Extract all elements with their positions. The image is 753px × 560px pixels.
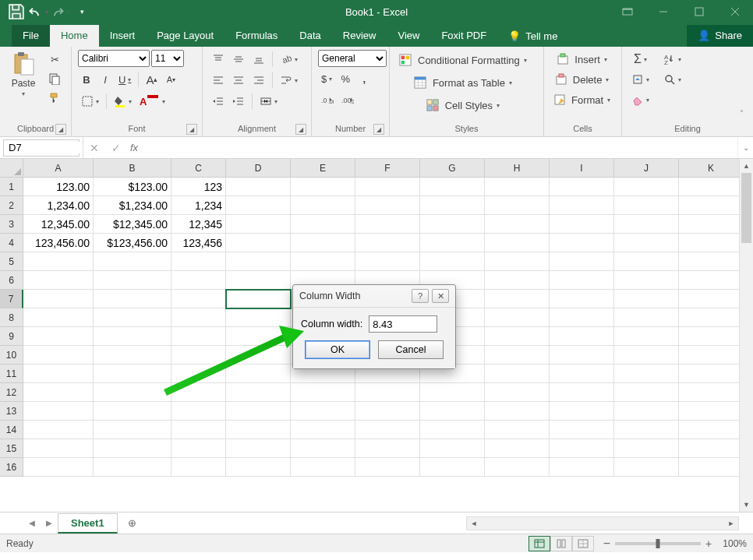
cell-A8[interactable] — [23, 308, 94, 327]
collapse-ribbon-icon[interactable]: ˄ — [737, 106, 747, 121]
cell-H5[interactable] — [485, 252, 550, 271]
cell-D16[interactable] — [226, 458, 291, 477]
fill-button[interactable] — [628, 70, 652, 89]
cell-C14[interactable] — [171, 421, 226, 439]
cell-J16[interactable] — [614, 458, 679, 477]
cell-B4[interactable]: $123,456.00 — [94, 234, 171, 252]
cell-A11[interactable] — [23, 365, 94, 383]
name-box[interactable]: ▼ — [3, 139, 80, 157]
cell-D12[interactable] — [226, 383, 291, 402]
cell-J7[interactable] — [614, 290, 679, 308]
percent-format-button[interactable]: % — [337, 69, 354, 88]
cell-K5[interactable] — [679, 252, 744, 271]
cell-F4[interactable] — [355, 234, 420, 252]
cell-H6[interactable] — [485, 271, 550, 290]
vscroll-thumb[interactable] — [741, 173, 751, 243]
qat-customize-icon[interactable]: ▾ — [72, 2, 92, 21]
cell-E1[interactable] — [291, 178, 355, 196]
horizontal-scrollbar[interactable]: ◄ ► — [466, 516, 739, 530]
normal-view-button[interactable] — [529, 536, 550, 551]
autosum-button[interactable]: Σ — [628, 50, 652, 69]
align-left-button[interactable] — [209, 71, 228, 90]
cell-C4[interactable]: 123,456 — [171, 234, 226, 252]
cell-K2[interactable] — [679, 196, 744, 215]
cell-D3[interactable] — [226, 215, 291, 234]
cell-D5[interactable] — [226, 252, 291, 271]
bold-button[interactable]: B — [78, 70, 95, 89]
row-header-13[interactable]: 13 — [0, 402, 23, 421]
row-header-15[interactable]: 15 — [0, 439, 23, 458]
tab-review[interactable]: Review — [332, 25, 387, 47]
number-dialog-launcher[interactable]: ◢ — [373, 124, 384, 135]
cell-J15[interactable] — [614, 439, 679, 458]
cell-J5[interactable] — [614, 252, 679, 271]
paste-button[interactable]: Paste ▾ — [6, 50, 41, 97]
cell-A1[interactable]: 123.00 — [23, 178, 94, 196]
cell-J14[interactable] — [614, 421, 679, 439]
cell-K12[interactable] — [679, 383, 744, 402]
row-header-2[interactable]: 2 — [0, 196, 23, 215]
wrap-text-button[interactable] — [277, 71, 301, 90]
cell-D6[interactable] — [226, 271, 291, 290]
tell-me[interactable]: 💡Tell me — [500, 26, 565, 47]
cell-J4[interactable] — [614, 234, 679, 252]
align-right-button[interactable] — [249, 71, 268, 90]
sheet-nav-next[interactable]: ► — [41, 517, 58, 529]
cell-D7[interactable] — [226, 290, 291, 308]
cell-D4[interactable] — [226, 234, 291, 252]
cell-C12[interactable] — [171, 383, 226, 402]
tab-formulas[interactable]: Formulas — [224, 25, 288, 47]
row-header-6[interactable]: 6 — [0, 271, 23, 290]
row-header-10[interactable]: 10 — [0, 346, 23, 365]
row-header-9[interactable]: 9 — [0, 327, 23, 346]
cell-A16[interactable] — [23, 458, 94, 477]
cell-A4[interactable]: 123,456.00 — [23, 234, 94, 252]
cell-G4[interactable] — [420, 234, 485, 252]
cell-F13[interactable] — [355, 402, 420, 421]
cell-E12[interactable] — [291, 383, 355, 402]
tab-foxit-pdf[interactable]: Foxit PDF — [430, 25, 497, 47]
tab-view[interactable]: View — [387, 25, 430, 47]
cancel-formula-icon[interactable]: ✕ — [83, 142, 105, 154]
font-name-select[interactable]: Calibri — [78, 50, 150, 67]
cell-H16[interactable] — [485, 458, 550, 477]
cell-B5[interactable] — [94, 252, 171, 271]
cell-J11[interactable] — [614, 365, 679, 383]
cell-H8[interactable] — [485, 308, 550, 327]
col-header-C[interactable]: C — [171, 159, 226, 178]
cell-F2[interactable] — [355, 196, 420, 215]
cell-C11[interactable] — [171, 365, 226, 383]
cell-J10[interactable] — [614, 346, 679, 365]
redo-button[interactable] — [50, 2, 70, 21]
cell-D10[interactable] — [226, 346, 291, 365]
cell-C13[interactable] — [171, 402, 226, 421]
zoom-level[interactable]: 100% — [723, 538, 747, 549]
underline-button[interactable]: U — [115, 70, 134, 89]
cell-K13[interactable] — [679, 402, 744, 421]
cell-A13[interactable] — [23, 402, 94, 421]
cell-F16[interactable] — [355, 458, 420, 477]
cell-I10[interactable] — [550, 346, 614, 365]
col-header-J[interactable]: J — [614, 159, 679, 178]
page-layout-view-button[interactable] — [550, 536, 572, 551]
tab-page-layout[interactable]: Page Layout — [146, 25, 224, 47]
column-width-input[interactable] — [369, 315, 437, 333]
cell-E5[interactable] — [291, 252, 355, 271]
cell-C7[interactable] — [171, 290, 226, 308]
cell-D2[interactable] — [226, 196, 291, 215]
cell-G15[interactable] — [420, 439, 485, 458]
sort-filter-button[interactable]: AZ — [660, 50, 684, 69]
cell-A9[interactable] — [23, 327, 94, 346]
cell-C1[interactable]: 123 — [171, 178, 226, 196]
cell-K8[interactable] — [679, 308, 744, 327]
cell-styles-button[interactable]: Cell Styles — [396, 95, 530, 115]
cell-G16[interactable] — [420, 458, 485, 477]
conditional-formatting-button[interactable]: Conditional Formatting — [396, 50, 530, 70]
cell-K3[interactable] — [679, 215, 744, 234]
cell-H7[interactable] — [485, 290, 550, 308]
format-as-table-button[interactable]: Format as Table — [396, 72, 530, 93]
cell-C15[interactable] — [171, 439, 226, 458]
cell-I13[interactable] — [550, 402, 614, 421]
cell-B12[interactable] — [94, 383, 171, 402]
cell-A5[interactable] — [23, 252, 94, 271]
